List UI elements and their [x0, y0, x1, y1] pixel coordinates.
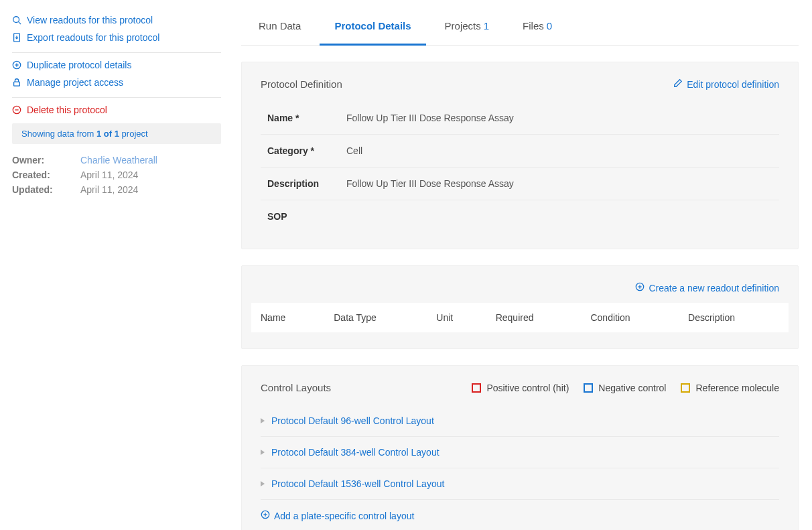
- owner-label: Owner:: [12, 155, 64, 165]
- owner-value[interactable]: Charlie Weatherall: [80, 155, 157, 165]
- add-control-layout-link[interactable]: Add a plate-specific control layout: [261, 510, 414, 521]
- square-icon: [681, 383, 690, 393]
- info-label-sop: SOP: [267, 211, 346, 222]
- tab-run-data[interactable]: Run Data: [256, 13, 303, 45]
- edit-protocol-definition-link[interactable]: Edit protocol definition: [673, 78, 779, 90]
- svg-rect-6: [14, 82, 20, 86]
- side-link-label: Manage project access: [27, 77, 123, 88]
- info-value-name: Follow Up Tier III Dose Response Assay: [346, 113, 514, 123]
- th-unit[interactable]: Unit: [427, 303, 486, 332]
- tabs: Run Data Protocol Details Projects1 File…: [241, 13, 799, 46]
- side-link-label: Duplicate protocol details: [27, 60, 131, 70]
- square-icon: [584, 383, 593, 393]
- updated-label: Updated:: [12, 184, 64, 195]
- side-link-label: Delete this protocol: [27, 105, 107, 115]
- side-link-label: View readouts for this protocol: [27, 15, 153, 25]
- lock-icon: [12, 78, 21, 87]
- delete-link[interactable]: Delete this protocol: [12, 103, 221, 117]
- main: Run Data Protocol Details Projects1 File…: [228, 0, 812, 530]
- plus-circle-icon: [261, 510, 270, 521]
- minus-circle-icon: [12, 105, 21, 115]
- create-readout-definition-link[interactable]: Create a new readout definition: [635, 282, 779, 293]
- control-layouts-panel: Control Layouts Positive control (hit) N…: [241, 365, 799, 530]
- svg-point-0: [13, 17, 19, 23]
- created-label: Created:: [12, 170, 64, 180]
- info-value-category: Cell: [346, 145, 362, 156]
- legend-negative: Negative control: [584, 383, 666, 393]
- control-layout-row[interactable]: Protocol Default 384-well Control Layout: [261, 437, 779, 468]
- th-required[interactable]: Required: [486, 303, 582, 332]
- created-value: April 11, 2024: [80, 170, 138, 180]
- plus-circle-icon: [12, 60, 21, 70]
- control-layout-label: Protocol Default 96-well Control Layout: [271, 415, 434, 426]
- readouts-table: Name Data Type Unit Required Condition D…: [251, 303, 789, 332]
- plus-circle-icon: [635, 282, 645, 293]
- sidebar: View readouts for this protocol Export r…: [0, 0, 228, 530]
- caret-right-icon: [261, 418, 265, 423]
- legend-reference: Reference molecule: [681, 383, 779, 393]
- info-label-name: Name *: [267, 113, 346, 123]
- caret-right-icon: [261, 450, 265, 455]
- control-layout-label: Protocol Default 1536-well Control Layou…: [271, 478, 444, 489]
- duplicate-link[interactable]: Duplicate protocol details: [12, 58, 221, 72]
- layout: View readouts for this protocol Export r…: [0, 0, 812, 530]
- th-name[interactable]: Name: [251, 303, 324, 332]
- svg-line-1: [19, 22, 21, 25]
- info-label-category: Category *: [267, 145, 346, 156]
- side-link-label: Export readouts for this protocol: [27, 32, 159, 43]
- control-layout-label: Protocol Default 384-well Control Layout: [271, 447, 439, 458]
- legend: Positive control (hit) Negative control …: [472, 383, 779, 393]
- square-icon: [472, 383, 481, 393]
- search-icon: [12, 15, 21, 25]
- readout-definitions-panel: Create a new readout definition Name Dat…: [241, 265, 799, 349]
- view-readouts-link[interactable]: View readouts for this protocol: [12, 13, 221, 27]
- panel-title: Protocol Definition: [261, 78, 342, 90]
- legend-positive: Positive control (hit): [472, 383, 569, 393]
- caret-right-icon: [261, 481, 265, 486]
- th-description[interactable]: Description: [679, 303, 789, 332]
- protocol-definition-panel: Protocol Definition Edit protocol defini…: [241, 62, 799, 249]
- pencil-icon: [673, 78, 683, 90]
- th-condition[interactable]: Condition: [581, 303, 679, 332]
- control-layout-row[interactable]: Protocol Default 96-well Control Layout: [261, 405, 779, 437]
- tab-projects[interactable]: Projects1: [442, 13, 492, 45]
- th-data-type[interactable]: Data Type: [324, 303, 427, 332]
- tab-protocol-details[interactable]: Protocol Details: [332, 13, 413, 45]
- panel-title: Control Layouts: [261, 382, 331, 393]
- export-readouts-link[interactable]: Export readouts for this protocol: [12, 31, 221, 44]
- updated-value: April 11, 2024: [80, 184, 138, 195]
- manage-access-link[interactable]: Manage project access: [12, 76, 221, 89]
- info-label-description: Description: [267, 178, 346, 189]
- tab-files[interactable]: Files0: [520, 13, 555, 45]
- control-layout-row[interactable]: Protocol Default 1536-well Control Layou…: [261, 468, 779, 500]
- export-icon: [12, 33, 21, 42]
- info-value-description: Follow Up Tier III Dose Response Assay: [346, 178, 514, 189]
- projects-badge[interactable]: Showing data from 1 of 1 project: [12, 123, 221, 144]
